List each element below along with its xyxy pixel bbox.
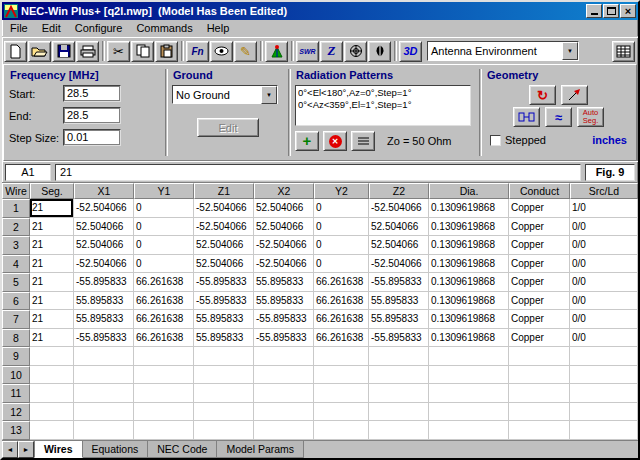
grid-cell[interactable] (429, 421, 509, 440)
tab-equations[interactable]: Equations (82, 441, 149, 458)
open-button[interactable] (28, 41, 51, 62)
grid-cell[interactable]: -52.504066 (254, 255, 314, 274)
auto-seg-button[interactable]: Auto Seg. (577, 107, 604, 127)
column-header[interactable]: Y1 (134, 183, 194, 199)
grid-cell[interactable]: -55.895833 (254, 310, 314, 329)
grid-cell[interactable]: 66.261638 (314, 292, 369, 311)
grid-cell[interactable] (369, 347, 429, 366)
frequency-field-input[interactable]: 28.5 (63, 107, 121, 124)
grid-cell[interactable]: -55.895833 (194, 273, 254, 292)
grid-cell[interactable] (194, 366, 254, 385)
grid-cell[interactable]: 55.895833 (254, 273, 314, 292)
swr-button[interactable]: SWR (296, 41, 319, 62)
grid-cell[interactable]: Copper (509, 329, 570, 348)
grid-cell[interactable]: -55.895833 (74, 329, 134, 348)
grid-cell[interactable] (194, 347, 254, 366)
minimize-button[interactable] (586, 4, 602, 18)
grid-cell[interactable] (30, 421, 74, 440)
column-header[interactable]: Seg. (30, 183, 74, 199)
grid-cell[interactable] (429, 347, 509, 366)
grid-cell[interactable]: 0 (314, 255, 369, 274)
row-header[interactable]: 2 (2, 218, 30, 237)
grid-cell[interactable] (74, 403, 134, 422)
grid-cell[interactable] (369, 421, 429, 440)
grid-cell[interactable] (509, 384, 570, 403)
row-header[interactable]: 5 (2, 273, 30, 292)
grid-cell[interactable]: 55.895833 (369, 292, 429, 311)
save-button[interactable] (52, 41, 75, 62)
grid-cell[interactable] (254, 347, 314, 366)
grid-cell[interactable]: 0/0 (570, 310, 638, 329)
menu-item-help[interactable]: Help (200, 20, 237, 36)
grid-cell[interactable]: 66.261638 (134, 329, 194, 348)
grid-cell[interactable]: 66.261638 (134, 292, 194, 311)
grid-cell[interactable] (570, 421, 638, 440)
grid-cell[interactable]: 0/0 (570, 273, 638, 292)
grid-cell[interactable] (314, 403, 369, 422)
grid-cell[interactable]: 55.895833 (74, 292, 134, 311)
grid-cell[interactable]: 0 (134, 199, 194, 218)
grid-cell[interactable]: 66.261638 (134, 310, 194, 329)
fn-button[interactable]: Fn (186, 41, 209, 62)
tab-scroll-right-button[interactable]: ► (18, 441, 34, 458)
grid-cell[interactable]: 0 (134, 255, 194, 274)
grid-cell[interactable]: -52.504066 (254, 236, 314, 255)
row-header[interactable]: 4 (2, 255, 30, 274)
row-header[interactable]: 11 (2, 384, 30, 403)
grid-cell[interactable] (570, 403, 638, 422)
grid-cell[interactable] (314, 384, 369, 403)
grid-cell[interactable] (194, 384, 254, 403)
grid-cell[interactable]: 0.1309619868 (429, 199, 509, 218)
grid-cell[interactable]: 0/0 (570, 329, 638, 348)
grid-cell[interactable] (254, 384, 314, 403)
grid-cell[interactable]: 0/0 (570, 292, 638, 311)
environment-dropdown[interactable]: Antenna Environment ▼ (427, 41, 579, 61)
grid-cell[interactable] (74, 421, 134, 440)
grid-cell[interactable]: 66.261638 (314, 310, 369, 329)
cell-reference-box[interactable]: A1 (5, 164, 51, 181)
dropdown-arrow-icon[interactable]: ▼ (562, 42, 578, 60)
frequency-field-input[interactable]: 0.01 (63, 129, 121, 146)
edit-geometry-button[interactable]: ✎ (234, 41, 257, 62)
grid-cell[interactable] (509, 366, 570, 385)
add-wire-button[interactable] (561, 85, 588, 105)
grid-cell[interactable]: Copper (509, 273, 570, 292)
grid-cell[interactable] (74, 366, 134, 385)
column-header[interactable]: Src/Ld (570, 183, 638, 199)
grid-cell[interactable]: 52.504066 (254, 218, 314, 237)
grid-cell[interactable]: Copper (509, 218, 570, 237)
polar-plot-button[interactable] (344, 41, 367, 62)
column-header[interactable]: Z1 (194, 183, 254, 199)
row-header[interactable]: 10 (2, 366, 30, 385)
grid-cell[interactable]: 21 (30, 310, 74, 329)
grid-cell[interactable] (134, 366, 194, 385)
row-header[interactable]: 7 (2, 310, 30, 329)
grid-cell[interactable]: 55.895833 (194, 310, 254, 329)
grid-cell[interactable] (30, 384, 74, 403)
grid-cell[interactable]: -55.895833 (369, 273, 429, 292)
dropdown-arrow-icon[interactable]: ▼ (261, 86, 277, 104)
grid-cell[interactable] (74, 384, 134, 403)
grid-cell[interactable]: 21 (30, 218, 74, 237)
grid-cell[interactable]: 21 (30, 329, 74, 348)
grid-cell[interactable]: 66.261638 (314, 273, 369, 292)
grid-cell[interactable]: 21 (30, 292, 74, 311)
ground-dropdown[interactable]: No Ground ▼ (172, 85, 278, 104)
grid-cell[interactable] (570, 384, 638, 403)
tab-nec-code[interactable]: NEC Code (147, 441, 217, 458)
pattern-entry[interactable]: 0°<Az<359°,El=1°,Step=1° (296, 99, 470, 111)
grid-cell[interactable]: 0.1309619868 (429, 218, 509, 237)
grid-cell[interactable] (194, 403, 254, 422)
spreadsheet-button[interactable] (612, 41, 635, 62)
grid-cell[interactable]: Copper (509, 236, 570, 255)
tab-model-params[interactable]: Model Params (216, 441, 304, 458)
formula-input[interactable]: 21 (55, 164, 581, 181)
grid-cell[interactable]: 0/0 (570, 236, 638, 255)
pattern-options-button[interactable] (351, 131, 375, 151)
grid-cell[interactable] (134, 403, 194, 422)
grid-cell[interactable]: Copper (509, 310, 570, 329)
grid-cell[interactable]: Copper (509, 292, 570, 311)
grid-cell[interactable] (74, 347, 134, 366)
copy-button[interactable] (131, 41, 154, 62)
grid-cell[interactable] (134, 347, 194, 366)
